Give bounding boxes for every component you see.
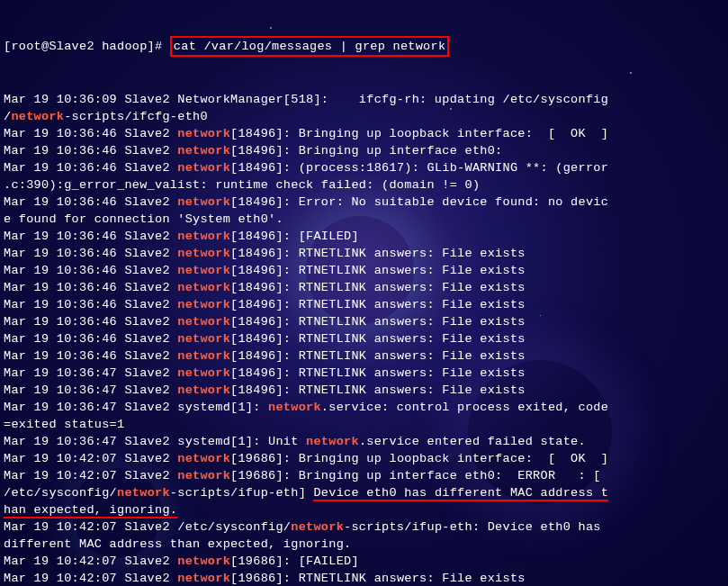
grep-match: network: [177, 554, 230, 568]
grep-match: network: [11, 110, 64, 123]
log-text: Mar 19 10:36:46 Slave2: [4, 315, 177, 329]
shell-prompt: [root@Slave2 hadoop]#: [4, 40, 170, 53]
log-line: /network-scripts/ifcfg-eth0: [4, 108, 724, 125]
log-text: =exited status=1: [4, 418, 124, 431]
grep-match: network: [177, 247, 230, 260]
grep-match: network: [177, 281, 230, 294]
log-text: Device eth0 has different MAC address t: [313, 486, 608, 501]
grep-match: network: [177, 230, 230, 243]
log-text: [18496]: Bringing up interface eth0:: [230, 144, 502, 158]
grep-match: network: [177, 161, 230, 175]
grep-match: network: [306, 435, 359, 448]
grep-match: network: [177, 572, 230, 585]
log-text: [18496]: (process:18617): GLib-WARNING *…: [230, 161, 608, 175]
log-text: [19686]: Bringing up loopback interface:…: [230, 452, 608, 465]
log-line: Mar 19 10:36:46 Slave2 network[18496]: R…: [4, 313, 724, 330]
log-text: Mar 19 10:42:07 Slave2: [4, 469, 177, 482]
log-text: [18496]: RTNETLINK answers: File exists: [230, 281, 526, 294]
log-line: Mar 19 10:36:46 Slave2 network[18496]: R…: [4, 330, 724, 347]
grep-match: network: [268, 401, 321, 414]
log-text: [18496]: RTNETLINK answers: File exists: [230, 298, 526, 311]
log-text: Mar 19 10:36:46 Slave2: [4, 332, 177, 346]
log-text: Mar 19 10:42:07 Slave2: [4, 452, 177, 465]
log-text: [18496]: [FAILED]: [230, 230, 359, 243]
log-text: [18496]: Error: No suitable device found…: [230, 195, 608, 209]
log-text: Mar 19 10:36:46 Slave2: [4, 230, 177, 243]
log-text: Mar 19 10:36:46 Slave2: [4, 144, 177, 158]
grep-match: network: [291, 520, 344, 534]
log-text: [19686]: Bringing up interface eth0: ERR…: [230, 469, 601, 482]
log-text: [18496]: RTNETLINK answers: File exists: [230, 383, 526, 397]
grep-match: network: [177, 315, 230, 329]
log-line: Mar 19 10:36:46 Slave2 network[18496]: […: [4, 228, 724, 245]
log-text: -scripts/ifcfg-eth0: [64, 110, 208, 123]
log-text: Mar 19 10:42:07 Slave2: [4, 554, 177, 568]
log-line: Mar 19 10:42:07 Slave2 network[19686]: B…: [4, 450, 724, 467]
log-line: Mar 19 10:42:07 Slave2 /etc/sysconfig/ne…: [4, 518, 724, 536]
log-text: /etc/sysconfig/: [4, 486, 117, 500]
log-text: .service: control process exited, code: [321, 401, 608, 414]
log-line: Mar 19 10:42:07 Slave2 network[19686]: […: [4, 553, 724, 570]
prompt-line[interactable]: [root@Slave2 hadoop]# cat /var/log/messa…: [4, 36, 724, 57]
log-line: Mar 19 10:36:47 Slave2 network[18496]: R…: [4, 382, 724, 399]
log-text: han expected, ignoring.: [4, 503, 177, 518]
log-line: Mar 19 10:36:46 Slave2 network[18496]: R…: [4, 262, 724, 279]
log-text: Mar 19 10:36:46 Slave2: [4, 349, 177, 363]
log-text: [18496]: RTNETLINK answers: File exists: [230, 332, 526, 346]
log-text: -scripts/ifup-eth: Device eth0 has: [344, 520, 608, 534]
grep-match: network: [177, 366, 230, 380]
log-text: [18496]: RTNETLINK answers: File exists: [230, 366, 526, 380]
log-text: e found for connection 'System eth0'.: [4, 212, 283, 226]
log-line: Mar 19 10:36:46 Slave2 network[18496]: B…: [4, 125, 724, 142]
log-text: Mar 19 10:36:46 Slave2: [4, 281, 177, 294]
log-text: .service entered failed state.: [359, 435, 586, 448]
grep-match: network: [177, 144, 230, 158]
log-line: Mar 19 10:36:47 Slave2 systemd[1]: netwo…: [4, 399, 724, 416]
log-text: Mar 19 10:36:46 Slave2: [4, 195, 177, 209]
log-line: Mar 19 10:36:46 Slave2 network[18496]: R…: [4, 347, 724, 365]
grep-match: network: [117, 486, 170, 500]
log-line: Mar 19 10:36:46 Slave2 network[18496]: R…: [4, 245, 724, 262]
grep-match: network: [177, 298, 230, 311]
log-text: Mar 19 10:36:46 Slave2: [4, 247, 177, 260]
grep-match: network: [177, 383, 230, 397]
log-text: different MAC address than expected, ign…: [4, 537, 351, 551]
log-text: Mar 19 10:36:46 Slave2: [4, 264, 177, 277]
terminal-output[interactable]: [root@Slave2 hadoop]# cat /var/log/messa…: [4, 2, 724, 586]
log-text: Mar 19 10:36:47 Slave2 systemd[1]: Unit: [4, 435, 306, 448]
log-line: /etc/sysconfig/network-scripts/ifup-eth]…: [4, 484, 724, 501]
log-text: Mar 19 10:42:07 Slave2 /etc/sysconfig/: [4, 520, 291, 534]
log-text: Mar 19 10:36:46 Slave2: [4, 298, 177, 311]
log-text: [19686]: [FAILED]: [230, 554, 359, 568]
log-text: [19686]: RTNETLINK answers: File exists: [230, 572, 526, 585]
log-line: Mar 19 10:36:47 Slave2 systemd[1]: Unit …: [4, 433, 724, 450]
log-text: [18496]: RTNETLINK answers: File exists: [230, 315, 526, 329]
log-text: Mar 19 10:36:09 Slave2 NetworkManager[51…: [4, 93, 608, 106]
log-line: different MAC address than expected, ign…: [4, 536, 724, 553]
log-text: [18496]: RTNETLINK answers: File exists: [230, 264, 526, 277]
grep-match: network: [177, 127, 230, 140]
log-text: Mar 19 10:36:47 Slave2: [4, 383, 177, 397]
log-line: Mar 19 10:42:07 Slave2 network[19686]: B…: [4, 467, 724, 484]
log-line: e found for connection 'System eth0'.: [4, 211, 724, 228]
log-line: Mar 19 10:36:47 Slave2 network[18496]: R…: [4, 365, 724, 382]
log-text: Mar 19 10:36:46 Slave2: [4, 127, 177, 140]
log-line: Mar 19 10:36:46 Slave2 network[18496]: (…: [4, 159, 724, 176]
log-text: Mar 19 10:36:46 Slave2: [4, 161, 177, 175]
grep-match: network: [177, 349, 230, 363]
log-line: Mar 19 10:36:46 Slave2 network[18496]: E…: [4, 194, 724, 211]
log-text: Mar 19 10:42:07 Slave2: [4, 572, 177, 585]
log-line: Mar 19 10:36:46 Slave2 network[18496]: R…: [4, 279, 724, 296]
log-line: Mar 19 10:42:07 Slave2 network[19686]: R…: [4, 570, 724, 586]
log-line: Mar 19 10:36:46 Slave2 network[18496]: R…: [4, 296, 724, 313]
grep-match: network: [177, 469, 230, 482]
log-line: han expected, ignoring.: [4, 501, 724, 518]
grep-match: network: [177, 452, 230, 465]
log-line: .c:390):g_error_new_valist: runtime chec…: [4, 176, 724, 194]
command-highlight: cat /var/log/messages | grep network: [170, 36, 449, 57]
log-line: Mar 19 10:36:46 Slave2 network[18496]: B…: [4, 142, 724, 159]
log-text: Mar 19 10:36:47 Slave2 systemd[1]:: [4, 401, 268, 414]
log-text: Mar 19 10:36:47 Slave2: [4, 366, 177, 380]
log-text: [18496]: Bringing up loopback interface:…: [230, 127, 608, 140]
grep-match: network: [177, 332, 230, 346]
